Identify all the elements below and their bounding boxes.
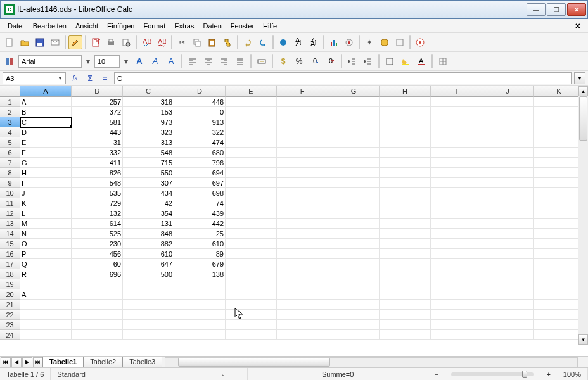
menu-fenster[interactable]: Fenster <box>227 21 258 31</box>
cell-I4[interactable] <box>431 127 482 137</box>
cell-I23[interactable] <box>431 320 482 330</box>
cell-C12[interactable]: 354 <box>123 208 174 218</box>
column-header-D[interactable]: D <box>174 86 226 97</box>
cell-C15[interactable]: 882 <box>123 239 174 249</box>
cell-C14[interactable]: 848 <box>123 229 174 239</box>
row-header-17[interactable]: 17 <box>0 259 20 269</box>
cell-A22[interactable] <box>20 310 72 320</box>
cell-E8[interactable] <box>226 168 277 178</box>
cell-H21[interactable] <box>380 300 431 310</box>
remove-decimal-icon[interactable]: .0 <box>324 54 338 68</box>
cell-H22[interactable] <box>380 310 431 320</box>
cell-E4[interactable] <box>226 127 277 137</box>
cell-E19[interactable] <box>226 279 277 289</box>
column-header-J[interactable]: J <box>482 86 534 97</box>
cell-H12[interactable] <box>380 208 431 218</box>
cell-J14[interactable] <box>482 229 534 239</box>
cell-A9[interactable]: I <box>20 178 72 188</box>
sort-desc-icon[interactable]: ZA <box>307 35 321 49</box>
cell-E22[interactable] <box>226 310 277 320</box>
cell-D9[interactable]: 697 <box>174 178 226 188</box>
cell-J7[interactable] <box>482 158 534 168</box>
cell-A10[interactable]: J <box>20 188 72 198</box>
cell-H20[interactable] <box>380 289 431 300</box>
row-header-12[interactable]: 12 <box>0 208 20 218</box>
cell-I14[interactable] <box>431 229 482 239</box>
cell-I22[interactable] <box>431 310 482 320</box>
cell-E18[interactable] <box>226 269 277 279</box>
cell-B8[interactable]: 826 <box>72 168 123 178</box>
cell-G10[interactable] <box>328 188 380 198</box>
cell-K9[interactable] <box>534 178 585 188</box>
cell-B9[interactable]: 548 <box>72 178 123 188</box>
cell-K12[interactable] <box>534 208 585 218</box>
cell-C23[interactable] <box>123 320 174 330</box>
cell-D16[interactable]: 89 <box>174 249 226 259</box>
add-decimal-icon[interactable]: .0 <box>308 54 322 68</box>
cell-A24[interactable] <box>20 330 72 340</box>
cell-I7[interactable] <box>431 158 482 168</box>
zoom-in-icon[interactable]: + <box>540 368 556 380</box>
cell-J11[interactable] <box>482 198 534 208</box>
cell-G4[interactable] <box>328 127 380 137</box>
cell-K24[interactable] <box>534 330 585 340</box>
cell-A16[interactable]: P <box>20 249 72 259</box>
cell-K13[interactable] <box>534 218 585 229</box>
cell-K17[interactable] <box>534 259 585 269</box>
percent-icon[interactable]: % <box>292 54 306 68</box>
cell-K15[interactable] <box>534 239 585 249</box>
cell-G21[interactable] <box>328 300 380 310</box>
cell-J13[interactable] <box>482 218 534 229</box>
cell-F3[interactable] <box>277 117 328 127</box>
cell-A3[interactable]: C <box>20 117 72 127</box>
cell-G12[interactable] <box>328 208 380 218</box>
cell-D12[interactable]: 439 <box>174 208 226 218</box>
formula-input[interactable]: C <box>114 72 572 84</box>
cell-I10[interactable] <box>431 188 482 198</box>
cut-icon[interactable]: ✂ <box>175 35 189 49</box>
cell-C18[interactable]: 500 <box>123 269 174 279</box>
email-icon[interactable] <box>48 35 62 49</box>
cell-J23[interactable] <box>482 320 534 330</box>
cell-K19[interactable] <box>534 279 585 289</box>
cell-H3[interactable] <box>380 117 431 127</box>
cell-I12[interactable] <box>431 208 482 218</box>
cell-E6[interactable] <box>226 148 277 158</box>
cell-C4[interactable]: 323 <box>123 127 174 137</box>
cell-I1[interactable] <box>431 97 482 107</box>
cell-J4[interactable] <box>482 127 534 137</box>
cell-C2[interactable]: 153 <box>123 107 174 117</box>
redo-icon[interactable] <box>256 35 270 49</box>
column-header-H[interactable]: H <box>380 86 431 97</box>
cell-A1[interactable]: A <box>20 97 72 107</box>
cell-E24[interactable] <box>226 330 277 340</box>
cell-E15[interactable] <box>226 239 277 249</box>
close-button[interactable]: ✕ <box>567 3 586 16</box>
styles-icon[interactable] <box>3 54 16 68</box>
sheet-nav-next-icon[interactable]: ▶ <box>22 357 32 367</box>
scroll-thumb[interactable] <box>579 96 587 141</box>
cell-D1[interactable]: 446 <box>174 97 226 107</box>
cell-A13[interactable]: M <box>20 218 72 229</box>
cell-D13[interactable]: 442 <box>174 218 226 229</box>
cell-F18[interactable] <box>277 269 328 279</box>
cell-K23[interactable] <box>534 320 585 330</box>
cell-C6[interactable]: 548 <box>123 148 174 158</box>
export-pdf-icon[interactable]: PDF <box>89 35 103 49</box>
cell-B22[interactable] <box>72 310 123 320</box>
cell-I9[interactable] <box>431 178 482 188</box>
help-icon[interactable] <box>413 35 427 49</box>
cell-E20[interactable] <box>226 289 277 300</box>
cell-H18[interactable] <box>380 269 431 279</box>
cell-D8[interactable]: 694 <box>174 168 226 178</box>
spreadsheet-grid[interactable]: ABCDEFGHIJK1A2573184462B37215303C5819739… <box>0 86 588 356</box>
row-header-22[interactable]: 22 <box>0 310 20 320</box>
cell-C22[interactable] <box>123 310 174 320</box>
name-box[interactable]: A3▼ <box>3 72 66 84</box>
cell-D24[interactable] <box>174 330 226 340</box>
cell-G20[interactable] <box>328 289 380 300</box>
cell-A18[interactable]: R <box>20 269 72 279</box>
select-all-corner[interactable] <box>0 86 20 97</box>
cell-J24[interactable] <box>482 330 534 340</box>
autospell-icon[interactable]: ABC <box>155 35 169 49</box>
